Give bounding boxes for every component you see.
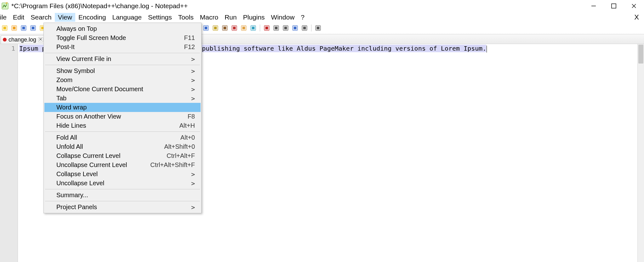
folder-icon[interactable] <box>240 24 248 32</box>
play-multi-icon[interactable] <box>291 24 299 32</box>
menu-item-fold-all[interactable]: Fold AllAlt+0 <box>44 133 201 142</box>
unsaved-indicator-icon <box>3 38 7 42</box>
menu-item-collapse-current-level[interactable]: Collapse Current LevelCtrl+Alt+F <box>44 151 201 160</box>
close-button[interactable] <box>624 0 644 12</box>
func-list-icon[interactable] <box>230 24 238 32</box>
menu-item-move-clone-current-document[interactable]: Move/Clone Current Document> <box>44 85 201 94</box>
menu-item-label: Focus on Another View <box>56 113 188 120</box>
menu-item-uncollapse-level[interactable]: Uncollapse Level> <box>44 179 201 188</box>
app-icon <box>1 2 9 10</box>
menu-view[interactable]: View <box>55 13 75 22</box>
menu-item-label: Hide Lines <box>56 122 180 129</box>
menu-item-zoom[interactable]: Zoom> <box>44 75 201 85</box>
submenu-arrow-icon: > <box>191 76 195 84</box>
menu-item-show-symbol[interactable]: Show Symbol> <box>44 66 201 75</box>
menu-language[interactable]: Language <box>109 13 145 22</box>
document-tab-label: change.log <box>9 36 36 43</box>
menu-item-label: Word wrap <box>56 104 195 111</box>
menu-item-shortcut: Ctrl+Alt+Shift+F <box>150 161 195 169</box>
menu-separator <box>45 53 200 53</box>
mdi-close-button[interactable]: X <box>629 13 644 21</box>
line-number-gutter: 1 <box>0 44 18 262</box>
menu-item-shortcut: Ctrl+Alt+F <box>167 152 195 159</box>
svg-rect-66 <box>303 27 306 29</box>
toolbar-separator <box>260 25 260 31</box>
stop-icon[interactable] <box>272 24 280 32</box>
submenu-arrow-icon: > <box>191 86 195 93</box>
menu-[interactable]: ? <box>298 13 308 22</box>
record-icon[interactable] <box>263 24 271 32</box>
menu-tools[interactable]: Tools <box>175 13 197 22</box>
menu-item-word-wrap[interactable]: Word wrap <box>44 103 201 112</box>
minimize-button[interactable] <box>584 0 604 12</box>
menu-item-collapse-level[interactable]: Collapse Level> <box>44 170 201 179</box>
window-title: *C:\Program Files (x86)\Notepad++\change… <box>11 2 188 10</box>
spell-icon[interactable] <box>314 24 322 32</box>
menu-search[interactable]: Search <box>27 13 55 22</box>
menu-edit[interactable]: Edit <box>10 13 27 22</box>
tab-close-icon[interactable]: ✕ <box>38 37 43 42</box>
menu-macro[interactable]: Macro <box>197 13 221 22</box>
menu-item-label: Collapse Level <box>56 170 191 178</box>
play-icon[interactable] <box>282 24 290 32</box>
udl-icon[interactable] <box>211 24 219 32</box>
submenu-arrow-icon: > <box>191 203 195 211</box>
submenu-arrow-icon: > <box>191 95 195 102</box>
vertical-scrollbar[interactable] <box>637 44 644 262</box>
menu-item-post-it[interactable]: Post-ItF12 <box>44 42 201 52</box>
new-file-icon[interactable] <box>1 24 9 32</box>
menu-item-uncollapse-current-level[interactable]: Uncollapse Current LevelCtrl+Alt+Shift+F <box>44 160 201 170</box>
scrollbar-thumb[interactable] <box>638 45 643 64</box>
menu-item-summary[interactable]: Summary... <box>44 191 201 200</box>
submenu-arrow-icon: > <box>191 55 195 63</box>
text-segment-left: Ipsum p <box>19 45 46 52</box>
submenu-arrow-icon: > <box>191 67 195 75</box>
menu-item-shortcut: Alt+H <box>180 122 195 129</box>
menu-encoding[interactable]: Encoding <box>75 13 109 22</box>
svg-rect-60 <box>275 27 277 29</box>
monitor-icon[interactable] <box>249 24 257 32</box>
toolbar-separator <box>311 25 311 31</box>
menu-item-hide-lines[interactable]: Hide LinesAlt+H <box>44 121 201 130</box>
open-file-icon[interactable] <box>10 24 18 32</box>
view-menu-dropdown: Always on TopToggle Full Screen ModeF11P… <box>43 23 202 213</box>
menu-plugins[interactable]: Plugins <box>240 13 268 22</box>
svg-rect-46 <box>205 27 207 29</box>
svg-rect-54 <box>242 27 245 29</box>
menu-window[interactable]: Window <box>268 13 298 22</box>
svg-rect-2 <box>612 4 616 8</box>
menu-item-unfold-all[interactable]: Unfold AllAlt+Shift+0 <box>44 142 201 151</box>
menu-item-label: Tab <box>56 95 191 102</box>
doc-map-icon[interactable] <box>221 24 229 32</box>
indent-guide-icon[interactable] <box>202 24 210 32</box>
maximize-button[interactable] <box>604 0 624 12</box>
menu-item-shortcut: Alt+Shift+0 <box>164 143 195 150</box>
menu-item-shortcut: Alt+0 <box>180 134 195 141</box>
save-icon[interactable] <box>20 24 28 32</box>
menu-item-label: Fold All <box>56 134 180 141</box>
menu-settings[interactable]: Settings <box>145 13 175 22</box>
menu-run[interactable]: Run <box>221 13 240 22</box>
svg-rect-58 <box>265 27 268 29</box>
menu-item-toggle-full-screen-mode[interactable]: Toggle Full Screen ModeF11 <box>44 33 201 42</box>
submenu-arrow-icon: > <box>191 180 195 187</box>
menu-item-always-on-top[interactable]: Always on Top <box>44 24 201 33</box>
menu-file[interactable]: ile <box>0 13 10 22</box>
menu-separator <box>45 201 200 201</box>
save-macro-icon[interactable] <box>300 24 309 32</box>
line-number: 1 <box>0 45 15 52</box>
menu-item-label: Uncollapse Current Level <box>56 161 150 169</box>
document-tab[interactable]: change.log ✕ <box>1 35 45 44</box>
menu-item-view-current-file-in[interactable]: View Current File in> <box>44 54 201 64</box>
menu-item-focus-on-another-view[interactable]: Focus on Another ViewF8 <box>44 112 201 121</box>
menu-item-shortcut: F11 <box>184 34 195 42</box>
save-all-icon[interactable] <box>29 24 37 32</box>
menu-item-label: Uncollapse Level <box>56 180 191 187</box>
menu-item-label: Toggle Full Screen Mode <box>56 34 184 42</box>
menu-item-tab[interactable]: Tab> <box>44 94 201 103</box>
svg-rect-48 <box>214 27 217 29</box>
menu-item-label: Zoom <box>56 76 191 84</box>
menu-item-label: Move/Clone Current Document <box>56 86 191 93</box>
menu-item-project-panels[interactable]: Project Panels> <box>44 203 201 212</box>
menu-item-label: Show Symbol <box>56 67 191 75</box>
